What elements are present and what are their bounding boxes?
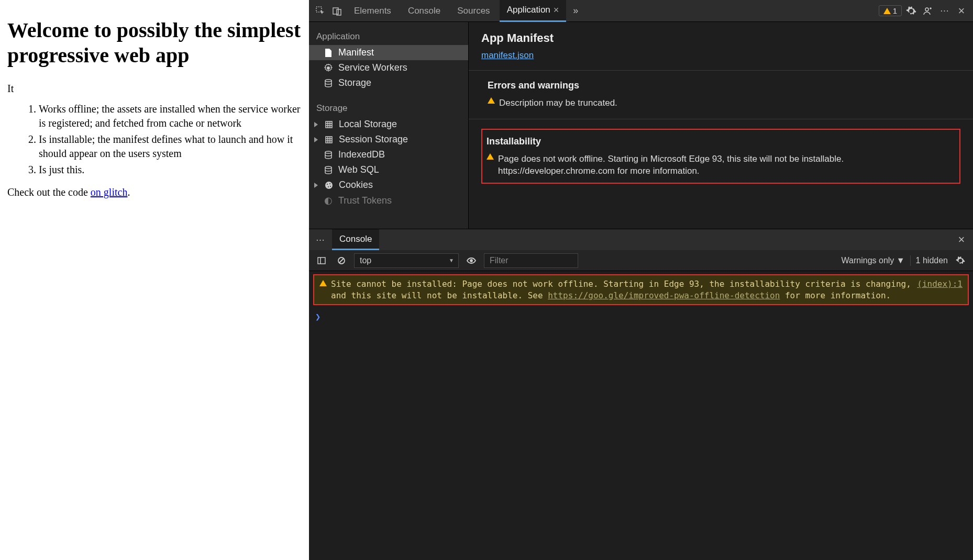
close-devtools-icon[interactable]: × xyxy=(954,4,969,18)
sidebar-item-manifest[interactable]: Manifest xyxy=(309,45,468,60)
context-select[interactable]: top xyxy=(354,253,459,268)
kebab-menu-icon[interactable]: ⋯ xyxy=(937,4,952,18)
devtools-tabbar: Elements Console Sources Application × »… xyxy=(309,0,973,22)
divider xyxy=(469,119,973,119)
manifest-link[interactable]: manifest.json xyxy=(481,50,534,60)
svg-point-13 xyxy=(329,183,330,184)
svg-point-3 xyxy=(925,8,928,11)
devtools: Elements Console Sources Application × »… xyxy=(309,0,973,560)
clear-console-icon[interactable] xyxy=(334,253,349,268)
svg-rect-7 xyxy=(326,121,332,128)
warning-icon xyxy=(319,280,327,286)
hidden-count: 1 hidden xyxy=(916,256,948,265)
console-toolbar: top Warnings only ▼ 1 hidden xyxy=(309,250,973,271)
svg-rect-1 xyxy=(333,8,338,14)
glitch-link[interactable]: on glitch xyxy=(91,186,128,198)
device-toggle-icon[interactable] xyxy=(330,4,345,18)
svg-point-6 xyxy=(325,80,331,82)
installability-warning: Page does not work offline. Starting in … xyxy=(486,153,955,177)
token-icon: ◐ xyxy=(324,195,333,206)
list-item: Is just this. xyxy=(39,163,302,177)
page-intro: It xyxy=(7,83,302,95)
sidebar-item-indexeddb[interactable]: IndexedDB xyxy=(309,147,468,162)
warning-icon xyxy=(883,8,891,14)
drawer-tabbar: ⋯ Console × xyxy=(309,229,973,250)
page-outro: Check out the code on glitch. xyxy=(7,186,302,198)
gear-icon xyxy=(324,64,333,72)
svg-rect-8 xyxy=(326,137,332,143)
console-source-link[interactable]: (index):1 xyxy=(917,278,963,290)
sidebar-item-websql[interactable]: Web SQL xyxy=(309,162,468,177)
sidebar-item-local-storage[interactable]: Local Storage xyxy=(309,117,468,132)
page-content: Welcome to possibly the simplest progres… xyxy=(0,0,309,560)
sidebar-section-application: Application xyxy=(309,26,468,45)
page-title: Welcome to possibly the simplest progres… xyxy=(7,18,302,68)
installability-heading: Installability xyxy=(486,136,955,147)
tab-console[interactable]: Console xyxy=(401,0,448,22)
errors-heading: Errors and warnings xyxy=(488,80,960,91)
console-link[interactable]: https://goo.gle/improved-pwa-offline-det… xyxy=(548,290,780,300)
warning-icon xyxy=(488,97,495,104)
console-message-body: Site cannot be installed: Page does not … xyxy=(331,278,913,301)
kebab-menu-icon[interactable]: ⋯ xyxy=(313,232,328,247)
manifest-warning: Description may be truncated. xyxy=(481,97,960,109)
svg-point-11 xyxy=(325,182,333,189)
close-drawer-icon[interactable]: × xyxy=(954,232,969,247)
application-sidebar: Application Manifest Service Workers Sto… xyxy=(309,22,469,229)
svg-rect-16 xyxy=(318,257,325,264)
table-icon xyxy=(324,136,334,143)
svg-point-10 xyxy=(325,166,331,169)
close-icon[interactable]: × xyxy=(554,5,559,16)
application-main: App Manifest manifest.json Errors and wa… xyxy=(469,22,973,229)
application-panel: Application Manifest Service Workers Sto… xyxy=(309,22,973,229)
sidebar-item-session-storage[interactable]: Session Storage xyxy=(309,132,468,147)
list-item: Works offline; the assets are installed … xyxy=(39,102,302,130)
toggle-sidebar-icon[interactable] xyxy=(314,253,329,268)
console-settings-icon[interactable] xyxy=(953,253,968,268)
cookie-icon xyxy=(324,181,334,189)
feedback-icon[interactable] xyxy=(921,4,935,18)
settings-icon[interactable] xyxy=(904,4,919,18)
live-expression-icon[interactable] xyxy=(464,253,479,268)
sidebar-item-service-workers[interactable]: Service Workers xyxy=(309,60,468,75)
sidebar-item-storage[interactable]: Storage xyxy=(309,75,468,91)
database-icon xyxy=(324,151,333,159)
tab-sources[interactable]: Sources xyxy=(450,0,497,22)
file-icon xyxy=(324,49,333,57)
svg-point-18 xyxy=(470,260,472,262)
sidebar-section-storage: Storage xyxy=(309,98,468,117)
tab-elements[interactable]: Elements xyxy=(347,0,399,22)
tab-application[interactable]: Application × xyxy=(500,0,567,22)
console-warning-message: Site cannot be installed: Page does not … xyxy=(313,274,969,305)
svg-point-12 xyxy=(327,184,328,185)
svg-point-15 xyxy=(330,186,331,187)
installability-box: Installability Page does not work offlin… xyxy=(481,129,960,184)
list-item: Is installable; the manifest defines wha… xyxy=(39,132,302,161)
manifest-title: App Manifest xyxy=(481,31,960,45)
inspect-element-icon[interactable] xyxy=(313,4,328,18)
warnings-badge[interactable]: 1 xyxy=(879,5,902,16)
database-icon xyxy=(324,79,333,87)
svg-point-9 xyxy=(325,151,331,153)
console-drawer: ⋯ Console × top Warnings only ▼ 1 hidden xyxy=(309,229,973,560)
chevron-right-icon xyxy=(314,122,318,127)
sidebar-item-cookies[interactable]: Cookies xyxy=(309,177,468,193)
divider xyxy=(469,70,973,71)
svg-point-5 xyxy=(327,66,330,70)
console-prompt[interactable]: ❯ xyxy=(309,308,973,325)
chevron-right-icon xyxy=(314,183,318,188)
chevron-right-icon xyxy=(314,137,318,142)
warning-icon xyxy=(486,153,494,160)
table-icon xyxy=(324,121,334,128)
svg-point-14 xyxy=(328,186,329,187)
drawer-tab-console[interactable]: Console xyxy=(332,229,379,250)
log-level-select[interactable]: Warnings only ▼ xyxy=(842,256,905,265)
more-tabs-icon[interactable]: » xyxy=(568,4,583,18)
page-list: Works offline; the assets are installed … xyxy=(7,102,302,177)
sidebar-item-trust-tokens[interactable]: ◐ Trust Tokens xyxy=(309,193,468,208)
filter-input[interactable] xyxy=(484,253,578,268)
svg-point-4 xyxy=(930,8,931,9)
database-icon xyxy=(324,166,333,174)
